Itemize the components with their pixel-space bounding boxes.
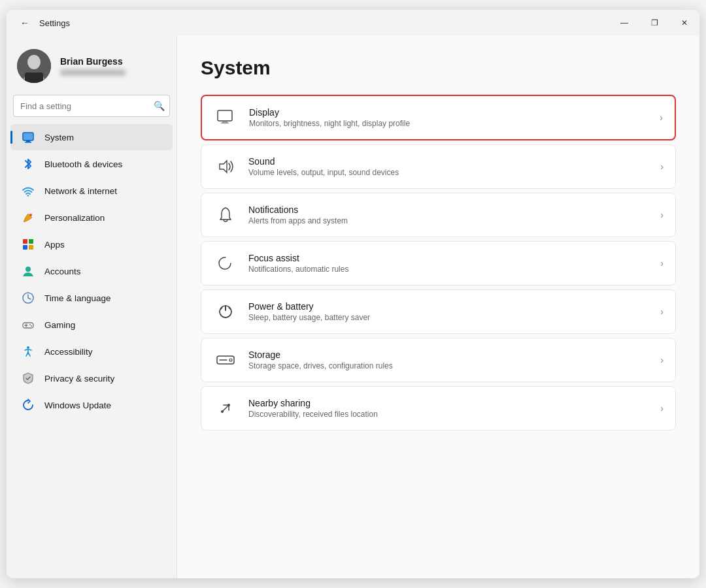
notifications-text: Notifications Alerts from apps and syste… xyxy=(248,204,655,225)
window-title: Settings xyxy=(39,18,70,28)
nearby-title: Nearby sharing xyxy=(248,398,655,408)
focus-chevron: › xyxy=(660,258,664,269)
svg-point-26 xyxy=(221,410,224,413)
sound-desc: Volume levels, output, input, sound devi… xyxy=(248,168,655,177)
settings-item-nearby[interactable]: Nearby sharing Discoverability, received… xyxy=(201,386,676,431)
sidebar-item-time-label: Time & language xyxy=(44,293,111,303)
svg-point-13 xyxy=(25,267,31,272)
sidebar-item-system-label: System xyxy=(44,133,74,142)
sidebar-item-time[interactable]: Time & language xyxy=(10,285,173,311)
notifications-icon xyxy=(213,203,238,227)
sidebar-item-accounts[interactable]: Accounts xyxy=(10,258,173,284)
svg-rect-21 xyxy=(221,123,229,124)
focus-text: Focus assist Notifications, automatic ru… xyxy=(248,253,655,274)
svg-point-8 xyxy=(29,214,32,216)
sidebar-item-bluetooth[interactable]: Bluetooth & devices xyxy=(10,151,173,177)
search-input[interactable] xyxy=(13,95,170,117)
sidebar-item-personalization[interactable]: Personalization xyxy=(10,204,173,231)
gaming-icon xyxy=(21,318,35,332)
settings-item-sound[interactable]: Sound Volume levels, output, input, soun… xyxy=(201,144,676,189)
main-content: Brian Burgess 🔍 xyxy=(7,36,699,578)
sidebar-item-gaming[interactable]: Gaming xyxy=(10,312,173,338)
power-icon xyxy=(213,299,238,324)
power-text: Power & battery Sleep, battery usage, ba… xyxy=(248,301,655,322)
svg-rect-6 xyxy=(25,142,31,143)
accessibility-icon xyxy=(21,344,35,359)
avatar xyxy=(17,49,51,83)
system-icon xyxy=(21,130,35,144)
sidebar-item-bluetooth-label: Bluetooth & devices xyxy=(44,159,122,169)
settings-window: ← Settings — ❐ ✕ xyxy=(7,10,699,578)
settings-item-notifications[interactable]: Notifications Alerts from apps and syste… xyxy=(201,193,676,237)
back-button[interactable]: ← xyxy=(16,14,34,32)
close-button[interactable]: ✕ xyxy=(669,10,699,36)
display-title: Display xyxy=(249,107,654,118)
maximize-button[interactable]: ❐ xyxy=(639,10,669,36)
search-container: 🔍 xyxy=(13,95,170,117)
settings-item-storage[interactable]: Storage Storage space, drives, configura… xyxy=(201,338,676,382)
avatar-image xyxy=(17,49,51,83)
sidebar-item-windowsupdate-label: Windows Update xyxy=(44,400,111,410)
focus-icon xyxy=(213,251,238,276)
sidebar-item-network[interactable]: Network & internet xyxy=(10,178,173,204)
power-desc: Sleep, battery usage, battery saver xyxy=(248,313,655,322)
minimize-button[interactable]: — xyxy=(609,10,639,36)
svg-rect-20 xyxy=(222,121,227,123)
display-desc: Monitors, brightness, night light, displ… xyxy=(249,119,654,128)
sidebar-item-apps[interactable]: Apps xyxy=(10,231,173,257)
sidebar-item-accessibility[interactable]: Accessibility xyxy=(10,338,173,365)
sidebar-item-system[interactable]: System xyxy=(10,124,173,150)
nearby-icon xyxy=(213,396,238,421)
profile-name: Brian Burgess xyxy=(60,56,126,67)
sidebar-item-network-label: Network & internet xyxy=(44,186,117,196)
nearby-chevron: › xyxy=(660,403,664,414)
settings-item-power[interactable]: Power & battery Sleep, battery usage, ba… xyxy=(201,289,676,334)
sound-text: Sound Volume levels, output, input, soun… xyxy=(248,156,655,177)
main-panel: System Display Monitors, brightness, nig… xyxy=(176,36,699,578)
svg-point-18 xyxy=(27,346,29,349)
svg-rect-5 xyxy=(26,140,30,142)
apps-icon xyxy=(21,237,35,252)
sidebar-item-gaming-label: Gaming xyxy=(44,320,75,330)
svg-point-1 xyxy=(27,55,41,69)
nearby-desc: Discoverability, received files location xyxy=(248,410,655,419)
notifications-desc: Alerts from apps and system xyxy=(248,216,655,225)
sound-title: Sound xyxy=(248,156,655,167)
profile-info: Brian Burgess xyxy=(60,56,126,76)
storage-title: Storage xyxy=(248,350,655,360)
svg-point-7 xyxy=(27,195,29,196)
accounts-icon xyxy=(21,264,35,278)
svg-point-16 xyxy=(29,324,31,325)
titlebar: ← Settings — ❐ ✕ xyxy=(7,10,699,36)
network-icon xyxy=(21,184,35,198)
storage-icon xyxy=(213,348,238,372)
svg-point-27 xyxy=(227,404,230,406)
svg-rect-3 xyxy=(25,73,43,83)
notifications-chevron: › xyxy=(660,210,664,220)
display-chevron: › xyxy=(660,112,663,123)
focus-desc: Notifications, automatic rules xyxy=(248,265,655,274)
window-controls: — ❐ ✕ xyxy=(609,10,699,36)
settings-item-display[interactable]: Display Monitors, brightness, night ligh… xyxy=(201,95,676,140)
nearby-text: Nearby sharing Discoverability, received… xyxy=(248,398,655,419)
profile-email xyxy=(60,69,126,76)
sidebar-item-windowsupdate[interactable]: Windows Update xyxy=(10,392,173,418)
personalization-icon xyxy=(21,210,35,225)
svg-rect-19 xyxy=(218,110,232,121)
svg-rect-4 xyxy=(23,133,33,140)
notifications-title: Notifications xyxy=(248,204,655,215)
svg-marker-22 xyxy=(220,161,227,172)
sidebar-item-accessibility-label: Accessibility xyxy=(44,347,93,357)
sound-chevron: › xyxy=(660,161,664,172)
settings-list: Display Monitors, brightness, night ligh… xyxy=(201,95,676,431)
svg-point-17 xyxy=(31,325,32,327)
settings-item-focus[interactable]: Focus assist Notifications, automatic ru… xyxy=(201,241,676,286)
storage-desc: Storage space, drives, configuration rul… xyxy=(248,361,655,370)
sidebar-item-privacy-label: Privacy & security xyxy=(44,374,114,384)
display-text: Display Monitors, brightness, night ligh… xyxy=(249,107,654,128)
svg-point-25 xyxy=(229,359,232,361)
display-icon xyxy=(214,105,239,130)
page-title: System xyxy=(201,57,676,79)
svg-rect-12 xyxy=(29,245,33,250)
sidebar-item-privacy[interactable]: Privacy & security xyxy=(10,365,173,391)
